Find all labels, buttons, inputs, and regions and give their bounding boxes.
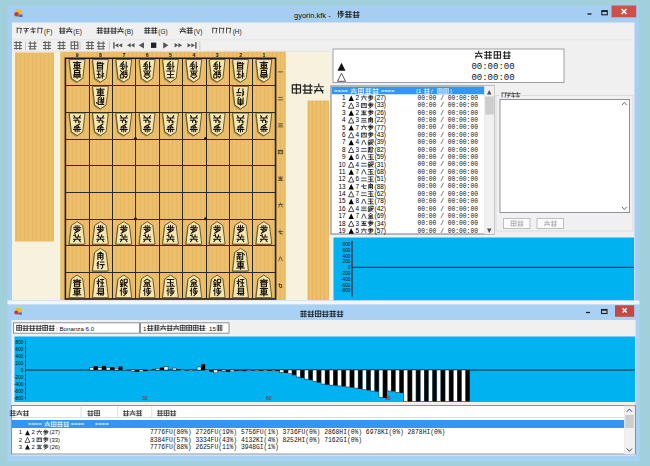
svg-text:00:00:00: 00:00:00 <box>471 62 514 72</box>
svg-text:2: 2 <box>342 101 346 108</box>
svg-text:1: 1 <box>262 52 265 58</box>
svg-text:00:00 / 00:00:00: 00:00 / 00:00:00 <box>418 206 479 213</box>
svg-text:3: 3 <box>356 146 360 153</box>
svg-text:1: 1 <box>143 325 147 332</box>
svg-text:00:00 / 00:00:00: 00:00 / 00:00:00 <box>418 169 479 176</box>
svg-text:(57): (57) <box>375 227 386 235</box>
svg-text:-800: -800 <box>341 288 351 293</box>
svg-text:16: 16 <box>338 205 346 212</box>
svg-text:7: 7 <box>122 52 125 58</box>
svg-text:): ) <box>450 88 452 94</box>
svg-text:3: 3 <box>356 116 360 123</box>
svg-text:90: 90 <box>385 395 391 401</box>
svg-text:8: 8 <box>356 197 360 204</box>
svg-text:2: 2 <box>19 437 22 443</box>
svg-text:(G): (G) <box>158 28 167 36</box>
svg-text:00:00 / 00:00:00: 00:00 / 00:00:00 <box>418 132 479 139</box>
svg-text:4: 4 <box>356 138 360 145</box>
svg-text:====: ==== <box>71 421 85 427</box>
svg-text:4: 4 <box>356 205 360 212</box>
svg-text:00:00:00: 00:00:00 <box>471 73 514 83</box>
svg-text:-400: -400 <box>341 277 351 282</box>
svg-text:2: 2 <box>32 429 35 435</box>
svg-text:5: 5 <box>342 124 346 131</box>
svg-text:(F): (F) <box>44 28 52 36</box>
svg-text:====: ==== <box>28 421 42 427</box>
svg-text:4: 4 <box>192 52 195 58</box>
svg-text:12: 12 <box>338 175 346 182</box>
svg-text:9: 9 <box>342 153 346 160</box>
svg-text:7: 7 <box>356 212 360 219</box>
svg-text:(V): (V) <box>194 28 203 36</box>
svg-text:7: 7 <box>356 183 360 190</box>
svg-text:(26): (26) <box>50 444 61 450</box>
svg-text:60: 60 <box>266 395 272 401</box>
svg-text:6: 6 <box>356 153 360 160</box>
svg-text:19: 19 <box>338 227 346 234</box>
svg-text:17: 17 <box>338 212 346 219</box>
svg-text:gyorin.kfk -: gyorin.kfk - <box>294 11 331 20</box>
svg-text:00:00 / 00:00:00: 00:00 / 00:00:00 <box>418 110 479 117</box>
svg-text:3: 3 <box>356 220 360 227</box>
svg-text:600: 600 <box>342 248 350 253</box>
svg-text:00:00 / 00:00:00: 00:00 / 00:00:00 <box>418 147 479 154</box>
svg-text:9: 9 <box>76 52 79 58</box>
svg-text:15: 15 <box>338 197 346 204</box>
svg-text:13: 13 <box>338 183 346 190</box>
svg-text:00:00 / 00:00:00: 00:00 / 00:00:00 <box>418 220 479 227</box>
svg-text:5: 5 <box>356 227 360 234</box>
svg-text:18: 18 <box>338 220 346 227</box>
svg-text:7776FU(88%) 2625FU(11%) 3948GI: 7776FU(88%) 2625FU(11%) 3948GI(1%) <box>150 444 279 451</box>
svg-text:30: 30 <box>142 395 148 401</box>
svg-text:====: ==== <box>95 421 109 427</box>
svg-text:4: 4 <box>342 116 346 123</box>
svg-text:00:00 / 00:00:00: 00:00 / 00:00:00 <box>418 183 479 190</box>
svg-text:00:00 / 00:00:00: 00:00 / 00:00:00 <box>418 139 479 146</box>
svg-text:2: 2 <box>32 444 35 450</box>
svg-text:-800: -800 <box>14 396 24 401</box>
svg-text:00:00 / 00:00:00: 00:00 / 00:00:00 <box>418 191 479 198</box>
svg-text:(27): (27) <box>50 429 61 435</box>
svg-text:0: 0 <box>21 368 24 373</box>
svg-text:400: 400 <box>342 254 350 259</box>
svg-text:00:00 / 00:00:00: 00:00 / 00:00:00 <box>418 213 479 220</box>
svg-text:-600: -600 <box>14 389 24 394</box>
svg-text:800: 800 <box>342 242 350 247</box>
svg-text:00:00 / 00:00:00: 00:00 / 00:00:00 <box>418 198 479 205</box>
svg-text:7776FU(80%) 2726FU(19%) 5756FU: 7776FU(80%) 2726FU(19%) 5756FU(1%) 3736F… <box>150 429 445 436</box>
svg-text:400: 400 <box>15 354 23 359</box>
svg-text:14: 14 <box>338 190 346 197</box>
svg-text:====: ==== <box>381 88 395 94</box>
svg-text:7: 7 <box>356 190 360 197</box>
svg-text:0: 0 <box>348 265 351 270</box>
svg-text:2: 2 <box>356 94 360 101</box>
svg-text:====: ==== <box>334 88 348 94</box>
svg-text:(B): (B) <box>125 28 134 36</box>
svg-text:: 15: : 15 <box>206 325 217 332</box>
svg-text:6: 6 <box>356 175 360 182</box>
svg-text:4: 4 <box>356 161 360 168</box>
svg-text:00:00 / 00:00:00: 00:00 / 00:00:00 <box>418 161 479 168</box>
svg-text:8: 8 <box>99 52 102 58</box>
svg-text:-600: -600 <box>341 283 351 288</box>
svg-text:7: 7 <box>356 168 360 175</box>
svg-text:00:00 / 00:00:00: 00:00 / 00:00:00 <box>418 117 479 124</box>
svg-text:1: 1 <box>342 94 346 101</box>
svg-text:00:00 / 00:00:00: 00:00 / 00:00:00 <box>418 124 479 131</box>
svg-text:3: 3 <box>356 101 360 108</box>
svg-text:7: 7 <box>356 124 360 131</box>
svg-text:6: 6 <box>146 52 149 58</box>
svg-text:00:00 / 00:00:00: 00:00 / 00:00:00 <box>418 102 479 109</box>
svg-text:: Bonanza 6.0: : Bonanza 6.0 <box>56 325 95 332</box>
svg-text:2: 2 <box>239 52 242 58</box>
svg-text:3: 3 <box>342 109 346 116</box>
svg-text:2: 2 <box>356 109 360 116</box>
svg-text:(1: (1 <box>416 88 421 94</box>
svg-text:6: 6 <box>342 131 346 138</box>
svg-text:00:00 / 00:00:00: 00:00 / 00:00:00 <box>418 95 479 102</box>
svg-text:10: 10 <box>338 161 346 168</box>
svg-text:00:00 / 00:00:00: 00:00 / 00:00:00 <box>418 228 479 235</box>
svg-text:-200: -200 <box>341 271 351 276</box>
svg-text:-400: -400 <box>14 382 24 387</box>
svg-text:1: 1 <box>19 429 22 435</box>
